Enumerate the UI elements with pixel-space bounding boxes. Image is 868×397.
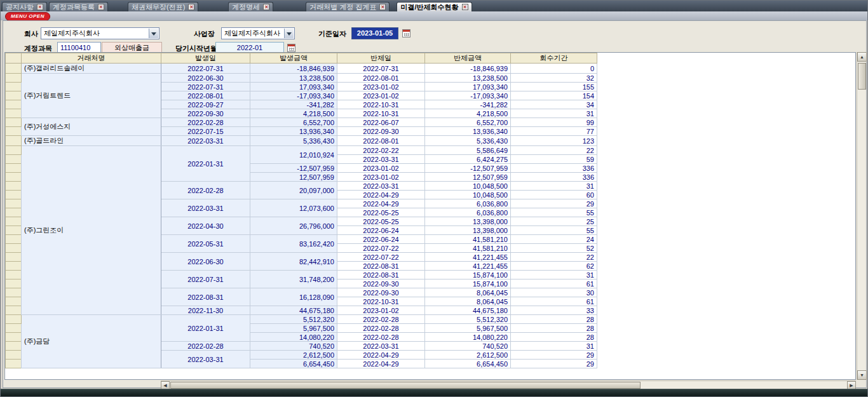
occurrence-date-cell[interactable]: 2022-07-31 (161, 271, 250, 288)
row-selector[interactable] (6, 109, 22, 118)
settlement-amount-cell[interactable]: 13,936,340 (425, 127, 511, 136)
collection-period-cell[interactable]: 30 (511, 288, 597, 297)
settlement-amount-cell[interactable]: -341,282 (425, 100, 511, 109)
row-selector[interactable] (6, 118, 22, 127)
tab-1[interactable]: 공지사항 (2, 2, 47, 11)
occurrence-amount-cell[interactable]: 740,520 (250, 342, 337, 351)
occurrence-date-cell[interactable]: 2022-03-31 (161, 351, 250, 368)
occurrence-date-cell[interactable]: 2022-08-31 (161, 288, 250, 306)
settlement-amount-cell[interactable]: 2,612,500 (425, 351, 511, 360)
settlement-amount-cell[interactable]: 5,967,500 (425, 324, 511, 333)
settlement-date-cell[interactable]: 2022-06-07 (337, 118, 425, 127)
occurrence-amount-cell[interactable]: 6,654,450 (250, 360, 337, 368)
settlement-amount-cell[interactable]: 13,238,500 (425, 74, 511, 83)
settlement-amount-cell[interactable]: 10,048,500 (425, 182, 511, 191)
occurrence-amount-cell[interactable]: 12,073,600 (250, 199, 337, 217)
settlement-date-cell[interactable]: 2022-07-31 (337, 64, 425, 74)
occurrence-amount-cell[interactable]: 16,128,090 (250, 288, 337, 306)
settlement-amount-cell[interactable]: 8,064,045 (425, 297, 511, 306)
collection-period-cell[interactable]: 28 (511, 315, 597, 324)
occurrence-amount-cell[interactable]: 12,010,924 (250, 146, 337, 164)
occurrence-amount-cell[interactable]: 82,442,910 (250, 253, 337, 271)
settlement-date-cell[interactable]: 2022-04-29 (337, 360, 425, 368)
occurrence-amount-cell[interactable]: 13,238,500 (250, 74, 337, 83)
occurrence-amount-cell[interactable]: 2,612,500 (250, 351, 337, 360)
collection-period-cell[interactable]: 28 (511, 324, 597, 333)
settlement-date-cell[interactable]: 2022-02-28 (337, 315, 425, 324)
row-selector[interactable] (6, 155, 22, 164)
settlement-date-cell[interactable]: 2022-04-29 (337, 199, 425, 208)
settlement-amount-cell[interactable]: -17,093,340 (425, 91, 511, 100)
collection-period-cell[interactable]: 99 (511, 118, 597, 127)
row-selector[interactable] (6, 262, 22, 271)
collection-period-cell[interactable]: 29 (511, 351, 597, 360)
row-selector[interactable] (6, 74, 22, 83)
collection-period-cell[interactable]: 32 (511, 74, 597, 83)
settlement-date-cell[interactable]: 2023-01-02 (337, 164, 425, 173)
collection-period-cell[interactable]: 123 (511, 136, 597, 146)
collection-period-cell[interactable]: 154 (511, 91, 597, 100)
settlement-amount-cell[interactable]: 6,036,800 (425, 199, 511, 208)
customer-name-cell[interactable]: (주)그린조이 (22, 146, 161, 315)
occurrence-date-cell[interactable]: 2022-04-30 (161, 217, 250, 235)
collection-period-cell[interactable]: 55 (511, 208, 597, 217)
settlement-date-cell[interactable]: 2022-10-31 (337, 297, 425, 306)
occurrence-amount-cell[interactable]: 5,967,500 (250, 324, 337, 333)
row-selector[interactable] (6, 297, 22, 306)
settlement-amount-cell[interactable]: 41,221,455 (425, 262, 511, 271)
row-selector[interactable] (6, 64, 22, 74)
occurrence-date-cell[interactable]: 2022-09-30 (161, 109, 250, 118)
close-icon[interactable] (462, 4, 468, 10)
occurrence-amount-cell[interactable]: 17,093,340 (250, 83, 337, 91)
row-selector[interactable] (6, 306, 22, 315)
collection-period-cell[interactable]: 24 (511, 235, 597, 244)
collection-period-cell[interactable]: 62 (511, 262, 597, 271)
grid-row[interactable]: (주)갤러리드솔레이2022-07-31-18,846,9392022-07-3… (6, 64, 597, 74)
occurrence-date-cell[interactable]: 2022-08-01 (161, 91, 250, 100)
menu-open-button[interactable]: MENU OPEN (5, 12, 50, 21)
collection-period-cell[interactable]: 77 (511, 127, 597, 136)
occurrence-date-cell[interactable]: 2022-11-30 (161, 306, 250, 315)
column-header[interactable]: 발생금액 (250, 53, 337, 64)
settlement-amount-cell[interactable]: 41,581,210 (425, 244, 511, 253)
grid-row[interactable]: (주)금담2022-01-315,512,3202022-02-285,512,… (6, 315, 597, 324)
settlement-date-cell[interactable]: 2022-03-31 (337, 342, 425, 351)
settlement-date-cell[interactable]: 2022-08-01 (337, 136, 425, 146)
company-select[interactable]: 제일제지주식회사 (41, 27, 159, 39)
settlement-date-cell[interactable]: 2022-08-31 (337, 271, 425, 279)
occurrence-amount-cell[interactable]: -341,282 (250, 100, 337, 109)
grid-row[interactable]: (주)그린조이2022-01-3112,010,9242022-02-225,5… (6, 146, 597, 155)
occurrence-amount-cell[interactable]: 12,507,959 (250, 173, 337, 182)
collection-period-cell[interactable]: 59 (511, 155, 597, 164)
scroll-down-icon[interactable]: ▼ (857, 370, 867, 380)
close-icon[interactable] (263, 4, 269, 10)
column-header[interactable]: 거래처명 (22, 53, 161, 64)
row-selector[interactable] (6, 351, 22, 360)
row-selector[interactable] (6, 244, 22, 253)
vertical-scrollbar[interactable]: ▲ ▼ (857, 52, 866, 380)
collection-period-cell[interactable]: 33 (511, 306, 597, 315)
settlement-amount-cell[interactable]: 5,512,320 (425, 315, 511, 324)
settlement-amount-cell[interactable]: 12,507,959 (425, 173, 511, 182)
settlement-date-cell[interactable]: 2023-01-02 (337, 173, 425, 182)
settlement-date-cell[interactable]: 2022-07-22 (337, 244, 425, 253)
close-icon[interactable] (379, 4, 386, 10)
occurrence-date-cell[interactable]: 2022-07-15 (161, 127, 250, 136)
row-selector[interactable] (6, 173, 22, 182)
occurrence-amount-cell[interactable]: 5,512,320 (250, 315, 337, 324)
occurrence-amount-cell[interactable]: 5,336,430 (250, 136, 337, 146)
row-selector[interactable] (6, 127, 22, 136)
occurrence-amount-cell[interactable]: 20,097,000 (250, 182, 337, 199)
settlement-date-cell[interactable]: 2022-02-22 (337, 146, 425, 155)
settlement-date-cell[interactable]: 2022-04-29 (337, 351, 425, 360)
column-header[interactable]: 회수기간 (511, 53, 597, 64)
vertical-scroll-thumb[interactable] (858, 63, 866, 90)
row-selector[interactable] (6, 324, 22, 333)
close-icon[interactable] (98, 4, 104, 10)
occurrence-date-cell[interactable]: 2022-03-31 (161, 199, 250, 217)
dropdown-arrow-icon[interactable] (284, 29, 294, 38)
occurrence-amount-cell[interactable]: -18,846,939 (250, 64, 337, 74)
collection-period-cell[interactable]: 25 (511, 217, 597, 226)
tab-4[interactable]: 계정명세 (228, 2, 273, 11)
row-selector[interactable] (6, 360, 22, 368)
